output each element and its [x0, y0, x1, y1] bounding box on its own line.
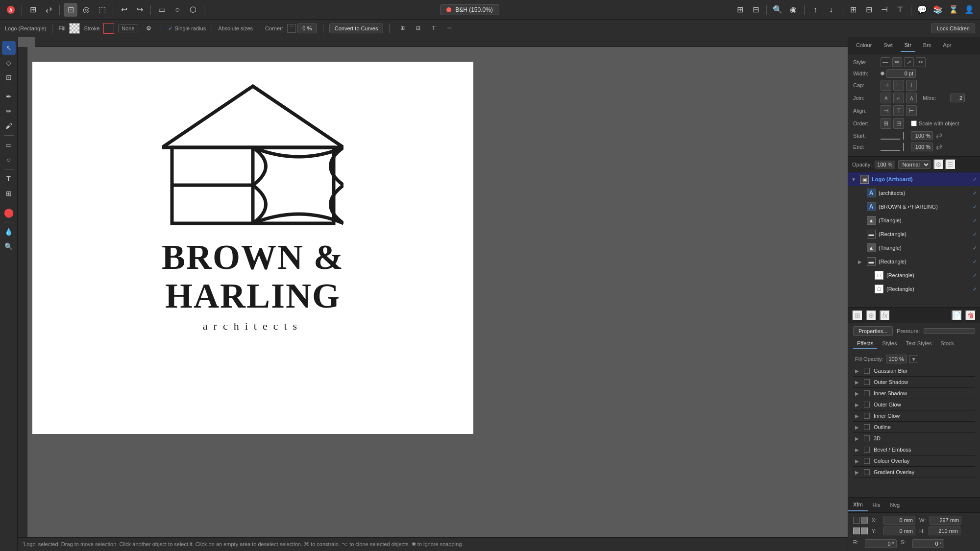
align-center[interactable]: ⊤: [893, 105, 904, 116]
outer-shadow-checkbox[interactable]: [864, 379, 870, 385]
arrange-back[interactable]: ⊟: [411, 22, 425, 35]
align-btn[interactable]: ⊟: [749, 3, 762, 17]
history-btn[interactable]: ⌛: [947, 3, 960, 17]
select-tool[interactable]: ↖: [2, 41, 16, 55]
scale-checkbox[interactable]: [911, 120, 917, 126]
effect-outline[interactable]: ▶ Outline: [853, 422, 975, 433]
ellipse-tool-left[interactable]: ○: [2, 153, 16, 167]
properties-btn[interactable]: Properties...: [853, 326, 893, 336]
fill-tool-left[interactable]: ⬤: [2, 206, 16, 219]
pixel-view-btn[interactable]: ⊡: [64, 3, 77, 17]
pen-tool[interactable]: ✒: [2, 90, 16, 103]
outline-btn[interactable]: ⬚: [95, 3, 109, 17]
arrange-bkwd[interactable]: ⊣: [442, 22, 456, 35]
layer-item-rect-white1[interactable]: ▶ □ (Rectangle) ✓: [848, 268, 980, 282]
effect-inner-glow[interactable]: ▶ Inner Glow: [853, 410, 975, 422]
layer-item-rect2[interactable]: ▶ ▬ (Rectangle) ✓: [848, 255, 980, 268]
undo-btn[interactable]: ↩: [117, 3, 131, 17]
xfm-tab[interactable]: Xfm: [848, 499, 868, 511]
absolute-sizes-check[interactable]: Absolute sizes: [218, 25, 253, 31]
brush-tool[interactable]: 🖌: [2, 119, 16, 133]
effect-outer-shadow[interactable]: ▶ Outer Shadow: [853, 377, 975, 388]
corner-value-input[interactable]: [297, 24, 317, 33]
effect-bevel-emboss[interactable]: ▶ Bevel / Emboss: [853, 444, 975, 455]
layer-item-rect-white2[interactable]: ▶ □ (Rectangle) ✓: [848, 282, 980, 296]
scale-with-object-check[interactable]: Scale with object: [911, 120, 959, 126]
bevel-checkbox[interactable]: [864, 447, 870, 453]
cap-butt[interactable]: ⊣: [881, 80, 891, 91]
layer-delete-btn[interactable]: 🗑: [965, 310, 976, 321]
effect-3d[interactable]: ▶ 3D: [853, 433, 975, 444]
layer-item-architects[interactable]: ▶ A (architects) ✓: [848, 186, 980, 200]
nvg-tab[interactable]: Nvg: [885, 499, 905, 511]
join-round[interactable]: ⌐: [893, 93, 904, 103]
pressure-bar[interactable]: [924, 328, 975, 334]
style-dotted-btn[interactable]: ↗: [904, 57, 914, 67]
align-inside[interactable]: ⊣: [881, 105, 891, 116]
style-dashed-btn[interactable]: ✏: [892, 57, 902, 67]
align-lr-btn[interactable]: ⊣: [878, 3, 891, 17]
brush-size-btn[interactable]: ◉: [786, 3, 800, 17]
align-tb-btn[interactable]: ⊤: [893, 3, 907, 17]
new-btn[interactable]: ⊞: [26, 3, 40, 17]
effects-tab-effects[interactable]: Effects: [853, 339, 877, 349]
style-solid-btn[interactable]: —: [881, 57, 890, 67]
x-input[interactable]: [883, 516, 915, 525]
title-close[interactable]: [446, 7, 451, 12]
brs-tab[interactable]: Brs: [919, 39, 935, 52]
join-bevel[interactable]: ∧: [906, 93, 917, 103]
start-swap-btn[interactable]: ⇄: [936, 131, 942, 140]
his-tab[interactable]: His: [868, 499, 885, 511]
ellipse-tool[interactable]: ○: [171, 3, 184, 17]
layers-settings-btn[interactable]: ⚙: [933, 159, 944, 170]
share-btn[interactable]: ⇄: [42, 3, 55, 17]
mitre-input[interactable]: [950, 94, 965, 102]
blend-mode-select[interactable]: Normal: [898, 160, 931, 169]
layer-item-artboard[interactable]: ▼ ▣ Logo (Artboard) ✓: [848, 172, 980, 186]
library-btn[interactable]: 📚: [931, 3, 945, 17]
opacity-value[interactable]: 100 %: [875, 161, 895, 168]
outer-glow-checkbox[interactable]: [864, 402, 870, 407]
swt-tab[interactable]: Swt: [880, 39, 896, 52]
layer-item-brown[interactable]: ▶ A (BROWN & ↵HARLING) ✓: [848, 200, 980, 214]
zoom-in-btn[interactable]: 🔍: [771, 3, 784, 17]
effect-gaussian-blur[interactable]: ▶ Gaussian Blur: [853, 365, 975, 377]
end-value-input[interactable]: [911, 143, 933, 151]
inner-glow-checkbox[interactable]: [864, 413, 870, 419]
effect-outer-glow[interactable]: ▶ Outer Glow: [853, 399, 975, 410]
arrange-front[interactable]: ⊞: [395, 22, 409, 35]
import-btn[interactable]: ↓: [824, 3, 838, 17]
text-tool[interactable]: T: [2, 172, 16, 186]
layer-fx-btn[interactable]: fx: [880, 310, 890, 321]
convert-curves-btn[interactable]: Convert to Curves: [329, 24, 384, 33]
end-swap-btn[interactable]: ⇄: [936, 142, 942, 151]
r-input[interactable]: [865, 539, 897, 548]
layers-menu-btn[interactable]: ☰: [945, 159, 956, 170]
arrange-btn[interactable]: ⊞: [846, 3, 860, 17]
effects-tab-text-styles[interactable]: Text Styles: [902, 339, 935, 349]
export-btn[interactable]: ↑: [808, 3, 822, 17]
canvas-document[interactable]: BROWN & HARLING architects: [32, 62, 473, 434]
rect-tool[interactable]: ▭: [155, 3, 169, 17]
inner-shadow-checkbox[interactable]: [864, 390, 870, 396]
layer-group-btn[interactable]: ⊞: [852, 310, 863, 321]
start-value-input[interactable]: [911, 131, 933, 140]
order-over[interactable]: ⊞: [881, 118, 891, 129]
chat-btn[interactable]: 💬: [915, 3, 929, 17]
y-input[interactable]: [883, 527, 915, 535]
s-input[interactable]: [912, 539, 944, 548]
layer-duplicate-btn[interactable]: 📄: [952, 310, 962, 321]
fill-preview[interactable]: [69, 23, 80, 34]
zoom-tool[interactable]: 🔍: [2, 240, 16, 253]
layer-item-triangle1[interactable]: ▶ ▲ (Triangle) ✓: [848, 214, 980, 227]
redo-btn[interactable]: ↪: [133, 3, 147, 17]
align-outside[interactable]: ⊢: [906, 105, 917, 116]
outline-checkbox[interactable]: [864, 424, 870, 430]
pencil-tool[interactable]: ✏: [2, 104, 16, 118]
gradient-overlay-checkbox[interactable]: [864, 469, 870, 475]
fill-settings-btn[interactable]: ⚙: [142, 22, 156, 35]
align-distr-btn[interactable]: ⊟: [862, 3, 876, 17]
lock-children-btn[interactable]: Lock Children: [931, 24, 975, 33]
fill-opacity-dropdown[interactable]: ▼: [909, 355, 918, 363]
single-radius-check[interactable]: ✓ Single radius: [168, 25, 206, 32]
